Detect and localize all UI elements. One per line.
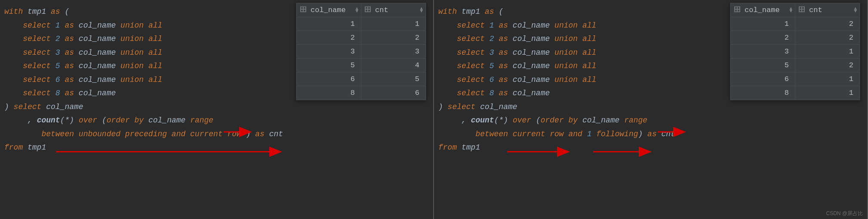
code-token: union all xyxy=(116,62,162,70)
code-line: from tmp1 xyxy=(4,141,429,155)
svg-rect-16 xyxy=(738,9,739,11)
code-token: select xyxy=(448,103,480,111)
code-token: , xyxy=(462,116,466,125)
code-token: 5 xyxy=(55,62,60,70)
table-row[interactable]: 52 xyxy=(731,59,860,72)
right-panel: with tmp1 as ( select 1 as col_name unio… xyxy=(434,0,868,219)
code-token: with xyxy=(4,7,28,16)
column-header[interactable]: col_name▲▼ xyxy=(731,3,795,17)
table-cell: 3 xyxy=(297,45,361,59)
code-token: tmp1 xyxy=(462,7,485,16)
svg-rect-1 xyxy=(301,7,303,9)
table-cell: 1 xyxy=(795,45,860,59)
code-token: as xyxy=(255,130,269,138)
code-token: ( xyxy=(102,116,107,125)
sort-icon[interactable]: ▲▼ xyxy=(355,7,358,13)
code-token: ( xyxy=(536,116,541,125)
code-token: ) xyxy=(438,103,448,111)
code-token: over xyxy=(79,116,102,125)
code-token: col_name xyxy=(79,21,116,30)
table-cell: 6 xyxy=(297,72,361,86)
code-token: col_name xyxy=(513,75,550,84)
svg-rect-6 xyxy=(366,7,367,9)
column-icon xyxy=(365,6,371,14)
code-token: from xyxy=(438,143,462,152)
table-row[interactable]: 81 xyxy=(731,86,860,100)
code-token: union all xyxy=(550,75,596,84)
code-line: ) select col_name xyxy=(438,100,863,114)
table-row[interactable]: 61 xyxy=(731,72,860,86)
table-cell: 1 xyxy=(297,17,361,31)
column-header[interactable]: cnt▲▼ xyxy=(795,3,860,17)
code-token: col_name xyxy=(46,103,83,111)
code-token: union all xyxy=(550,62,596,70)
table-row[interactable]: 12 xyxy=(731,17,860,31)
code-token: following xyxy=(591,130,638,138)
table-cell: 2 xyxy=(361,31,426,45)
code-token: select xyxy=(4,89,55,97)
code-token: range xyxy=(619,116,647,125)
code-token: between unbounded preceding and current … xyxy=(4,130,241,138)
right-result-table: col_name▲▼cnt▲▼ 122231526181 xyxy=(730,3,860,100)
code-token: as xyxy=(60,62,79,70)
table-row[interactable]: 11 xyxy=(297,17,426,31)
table-cell: 5 xyxy=(297,59,361,72)
table-cell: 2 xyxy=(795,59,860,72)
code-token: tmp1 xyxy=(28,143,46,152)
code-line: , count(*) over (order by col_name range xyxy=(4,114,429,128)
table-cell: 1 xyxy=(361,17,426,31)
table-cell: 3 xyxy=(731,45,795,59)
code-token: ( xyxy=(499,7,503,16)
sort-icon[interactable]: ▲▼ xyxy=(420,7,423,13)
code-token: select xyxy=(4,48,55,57)
code-token: as xyxy=(60,89,79,97)
table-cell: 3 xyxy=(361,45,426,59)
column-header[interactable]: col_name▲▼ xyxy=(297,3,361,17)
svg-rect-4 xyxy=(304,9,305,11)
code-token: ) xyxy=(638,130,648,138)
code-token: union all xyxy=(116,75,162,84)
table-row[interactable]: 22 xyxy=(297,31,426,45)
table-row[interactable]: 33 xyxy=(297,45,426,59)
table-row[interactable]: 22 xyxy=(731,31,860,45)
code-token: tmp1 xyxy=(462,143,480,152)
code-token: union all xyxy=(116,34,162,43)
table-cell: 2 xyxy=(297,31,361,45)
table-row[interactable]: 65 xyxy=(297,72,426,86)
code-token: as xyxy=(60,75,79,84)
table-cell: 2 xyxy=(731,31,795,45)
code-token: select xyxy=(14,103,46,111)
code-token: col_name xyxy=(79,89,116,97)
code-token: 8 xyxy=(489,89,494,97)
code-token: select xyxy=(438,89,489,97)
code-token: as xyxy=(60,34,79,43)
code-token: select xyxy=(4,34,55,43)
code-token: col_name xyxy=(79,75,116,84)
table-row[interactable]: 86 xyxy=(297,86,426,100)
column-icon xyxy=(799,6,805,14)
svg-rect-9 xyxy=(368,9,370,11)
column-label: cnt xyxy=(809,6,822,14)
code-token: 6 xyxy=(55,75,60,84)
sort-icon[interactable]: ▲▼ xyxy=(854,7,857,13)
table-row[interactable]: 31 xyxy=(731,45,860,59)
left-result-table: col_name▲▼cnt▲▼ 112233546586 xyxy=(296,3,426,100)
sort-icon[interactable]: ▲▼ xyxy=(789,7,792,13)
code-line: between unbounded preceding and current … xyxy=(4,128,429,141)
table-cell: 5 xyxy=(361,72,426,86)
code-token: as xyxy=(51,7,65,16)
table-cell: 6 xyxy=(361,86,426,100)
column-header[interactable]: cnt▲▼ xyxy=(361,3,426,17)
table-cell: 8 xyxy=(297,86,361,100)
code-token: as xyxy=(647,130,661,138)
svg-rect-19 xyxy=(802,7,804,9)
code-token: count xyxy=(37,116,60,125)
code-token: union all xyxy=(550,21,596,30)
svg-rect-21 xyxy=(802,9,804,11)
code-token: col_name xyxy=(513,48,550,57)
code-line: between current row and 1 following) as … xyxy=(438,128,863,141)
table-row[interactable]: 54 xyxy=(297,59,426,72)
table-cell: 2 xyxy=(795,17,860,31)
svg-rect-7 xyxy=(368,7,370,9)
code-token: select xyxy=(438,75,489,84)
